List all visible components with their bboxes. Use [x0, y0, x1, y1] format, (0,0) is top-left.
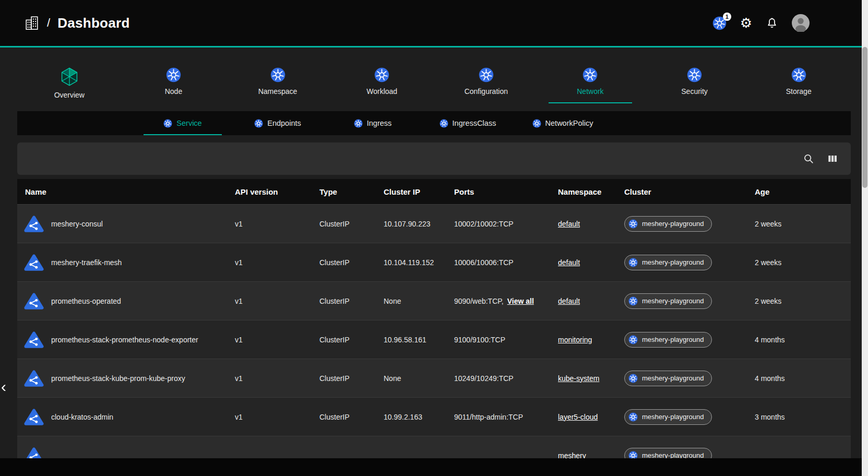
- kubernetes-icon: [270, 67, 286, 82]
- service-name: meshery-traefik-mesh: [51, 258, 122, 267]
- cluster-cell: meshery-playground: [624, 371, 755, 386]
- subtab-endpoints[interactable]: Endpoints: [230, 111, 325, 135]
- cluster-chip[interactable]: meshery-playground: [624, 293, 712, 309]
- subtab-ingress[interactable]: Ingress: [325, 111, 420, 135]
- name-cell: prometheus-operated: [17, 292, 235, 310]
- user-menu-button[interactable]: [792, 14, 810, 32]
- cluster-name: meshery-playground: [642, 374, 704, 382]
- name-cell: meshery-consul: [17, 215, 235, 232]
- breadcrumb: / Dashboard: [24, 15, 130, 31]
- subtab-service[interactable]: Service: [135, 111, 230, 135]
- subtab-networkpolicy[interactable]: NetworkPolicy: [515, 111, 610, 135]
- notifications-button[interactable]: [766, 17, 778, 29]
- breadcrumb-separator: /: [47, 16, 50, 30]
- api-version-cell: v1: [235, 413, 319, 421]
- table-row[interactable]: cloud-kratos-admin v1 ClusterIP 10.99.2.…: [17, 397, 851, 436]
- kubernetes-icon: [374, 67, 389, 82]
- namespace-link[interactable]: default: [558, 297, 580, 305]
- namespace-cell: monitoring: [558, 336, 624, 344]
- active-tab-underline: [757, 102, 840, 103]
- kubernetes-icon: [628, 374, 638, 383]
- namespace-link[interactable]: default: [558, 258, 580, 267]
- service-resource-icon: [24, 292, 44, 310]
- cluster-name: meshery-playground: [642, 413, 704, 421]
- cluster-ip-cell: None: [384, 374, 454, 383]
- active-subtab-underline: [239, 134, 317, 135]
- tab-configuration[interactable]: Configuration: [434, 67, 539, 107]
- kubernetes-icon: [628, 412, 638, 422]
- tab-label: Configuration: [465, 87, 508, 96]
- accent-divider: [0, 46, 868, 47]
- tab-storage[interactable]: Storage: [746, 67, 851, 107]
- view-all-ports-link[interactable]: View all: [507, 297, 534, 305]
- page-scrollbar[interactable]: [862, 0, 868, 476]
- kubernetes-icon: [791, 67, 806, 82]
- namespace-cell: kube-system: [558, 374, 624, 383]
- kubernetes-icon: [254, 119, 263, 128]
- table-row[interactable]: prometheus-stack-kube-prom-kube-proxy v1…: [17, 359, 851, 397]
- age-cell: 2 weeks: [755, 258, 799, 267]
- active-subtab-underline: [524, 134, 602, 135]
- meshery-icon: [60, 67, 79, 86]
- type-cell: ClusterIP: [319, 258, 384, 267]
- gear-icon: ⚙: [740, 16, 752, 30]
- scrollbar-thumb[interactable]: [862, 47, 867, 188]
- tab-label: Overview: [54, 91, 85, 99]
- tab-network[interactable]: Network: [538, 67, 643, 107]
- cluster-chip[interactable]: meshery-playground: [624, 409, 712, 425]
- column-visibility-button[interactable]: [827, 153, 838, 164]
- ports-value: 10002/10002:TCP: [454, 220, 514, 228]
- column-header: Type: [319, 187, 384, 196]
- tab-label: Namespace: [258, 87, 298, 96]
- organization-building-icon[interactable]: [24, 15, 40, 31]
- tab-security[interactable]: Security: [643, 67, 747, 107]
- column-header: Namespace: [558, 187, 624, 196]
- cluster-chip[interactable]: meshery-playground: [624, 255, 712, 270]
- active-subtab-underline: [334, 134, 412, 135]
- tab-workload[interactable]: Workload: [330, 67, 434, 107]
- search-button[interactable]: [803, 153, 814, 164]
- namespace-link[interactable]: monitoring: [558, 336, 592, 344]
- type-cell: ClusterIP: [319, 336, 384, 344]
- table-row[interactable]: prometheus-operated v1 ClusterIP None 90…: [17, 281, 851, 320]
- collapse-drawer-button[interactable]: ‹: [1, 379, 6, 395]
- kubernetes-icon: [354, 119, 363, 128]
- service-name: prometheus-operated: [51, 297, 121, 305]
- table-row[interactable]: meshery-traefik-mesh v1 ClusterIP 10.104…: [17, 243, 851, 281]
- kubernetes-icon: [532, 119, 541, 128]
- api-version-cell: v1: [235, 220, 319, 228]
- kubernetes-icon: [163, 119, 172, 128]
- active-tab-underline: [132, 102, 215, 103]
- settings-button[interactable]: ⚙: [740, 16, 752, 30]
- ports-cell: 9090/web:TCP,View all: [454, 297, 558, 305]
- ports-cell: 10002/10002:TCP: [454, 220, 558, 228]
- cluster-chip[interactable]: meshery-playground: [624, 216, 712, 232]
- type-cell: ClusterIP: [319, 220, 384, 228]
- tab-node[interactable]: Node: [122, 67, 226, 107]
- table-row[interactable]: prometheus-stack-prometheus-node-exporte…: [17, 320, 851, 359]
- tab-label: Workload: [366, 87, 397, 96]
- tab-label: Storage: [786, 87, 812, 96]
- namespace-cell: layer5-cloud: [558, 413, 624, 421]
- active-tab-underline: [28, 106, 111, 107]
- active-tab-underline: [653, 102, 736, 103]
- namespace-link[interactable]: layer5-cloud: [558, 413, 598, 421]
- ports-value: 9011/http-admin:TCP: [454, 413, 523, 421]
- subtab-ingressclass[interactable]: IngressClass: [420, 111, 515, 135]
- type-cell: ClusterIP: [319, 374, 384, 383]
- namespace-link[interactable]: kube-system: [558, 374, 599, 383]
- cluster-chip[interactable]: meshery-playground: [624, 332, 712, 348]
- table-row[interactable]: meshery-consul v1 ClusterIP 10.107.90.22…: [17, 204, 851, 243]
- network-subtabs: Service Endpoints: [17, 111, 851, 135]
- namespace-cell: default: [558, 258, 624, 267]
- tab-namespace[interactable]: Namespace: [225, 67, 330, 107]
- cluster-chip[interactable]: meshery-playground: [624, 371, 712, 386]
- ports-value: 9090/web:TCP,: [454, 297, 504, 305]
- namespace-cell: default: [558, 297, 624, 305]
- cluster-name: meshery-playground: [642, 336, 704, 343]
- column-header: Cluster: [624, 187, 755, 196]
- namespace-link[interactable]: default: [558, 220, 580, 228]
- kubernetes-context-button[interactable]: 1: [712, 16, 727, 30]
- tab-overview[interactable]: Overview: [17, 67, 122, 107]
- column-header: Ports: [454, 187, 558, 196]
